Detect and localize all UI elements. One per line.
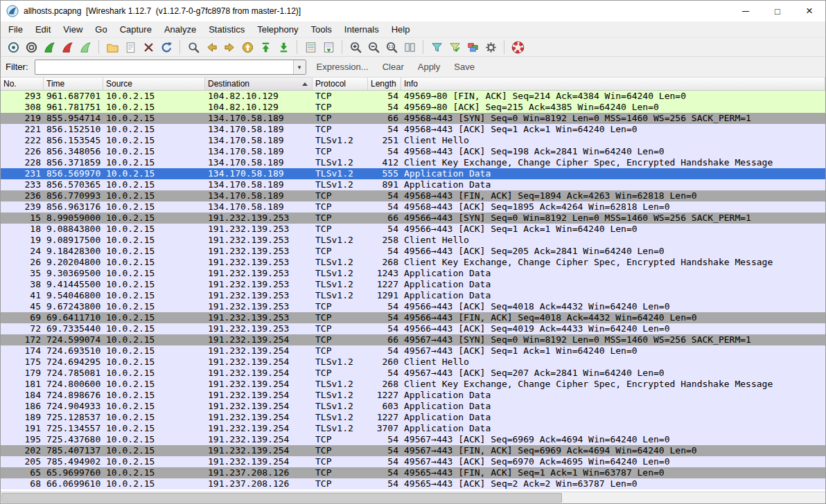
- horizontal-scrollbar[interactable]: [1, 492, 825, 503]
- close-button[interactable]: ×: [793, 1, 825, 21]
- filter-save-button[interactable]: Save: [452, 60, 477, 73]
- cell-length: 1227: [368, 412, 401, 423]
- filter-combobox[interactable]: ▾: [35, 60, 306, 75]
- filter-clear-button[interactable]: Clear: [380, 60, 406, 73]
- preferences-icon[interactable]: [482, 39, 500, 56]
- auto-scroll-icon[interactable]: [319, 39, 337, 56]
- menu-file[interactable]: File: [2, 22, 29, 37]
- packet-row[interactable]: 219855.95471410.0.2.15134.170.58.189TCP6…: [1, 113, 825, 124]
- packet-row[interactable]: 6565.969976010.0.2.15191.237.208.126TCP5…: [1, 467, 825, 478]
- menu-analyze[interactable]: Analyze: [158, 22, 202, 37]
- maximize-button[interactable]: □: [762, 1, 793, 21]
- capture-filters-icon[interactable]: [428, 39, 446, 56]
- packet-row[interactable]: 359.3036950010.0.2.15191.232.139.253TLSv…: [1, 268, 825, 279]
- cell-info: 49566→443 [ACK] Seq=4019 Ack=4433 Win=64…: [401, 323, 825, 334]
- stop-capture-icon[interactable]: [58, 39, 76, 56]
- cell-source: 10.0.2.15: [103, 290, 205, 301]
- packet-row[interactable]: 269.2020480010.0.2.15191.232.139.253TLSv…: [1, 257, 825, 268]
- packet-row[interactable]: 195725.43768010.0.2.15191.232.139.254TCP…: [1, 434, 825, 445]
- menu-help[interactable]: Help: [385, 22, 416, 37]
- close-file-icon[interactable]: [139, 39, 157, 56]
- column-header-destination[interactable]: Destination: [205, 78, 313, 90]
- packet-row[interactable]: 459.6724380010.0.2.15191.232.139.253TCP5…: [1, 301, 825, 312]
- cell-source: 10.0.2.15: [103, 279, 205, 290]
- packet-row[interactable]: 158.9905900010.0.2.15191.232.139.253TCP6…: [1, 213, 825, 224]
- open-file-icon[interactable]: [103, 39, 121, 56]
- menu-edit[interactable]: Edit: [29, 22, 57, 37]
- zoom-out-icon[interactable]: [364, 39, 383, 56]
- menu-internals[interactable]: Internals: [338, 22, 385, 37]
- packet-row[interactable]: 7269.733544010.0.2.15191.232.139.253TCP5…: [1, 323, 825, 334]
- packet-row[interactable]: 189725.12853710.0.2.15191.232.139.254TLS…: [1, 412, 825, 423]
- packet-row[interactable]: 233856.57036510.0.2.15134.170.58.189TLSv…: [1, 179, 825, 190]
- zoom-in-icon[interactable]: [346, 39, 364, 56]
- packet-row[interactable]: 175724.69429510.0.2.15191.232.139.254TLS…: [1, 357, 825, 368]
- list-interfaces-icon[interactable]: [4, 39, 22, 56]
- packet-row[interactable]: 293961.68770110.0.2.15104.82.10.129TCP54…: [1, 91, 825, 102]
- cell-source: 10.0.2.15: [103, 102, 205, 113]
- packet-row[interactable]: 6969.641171010.0.2.15191.232.139.253TCP5…: [1, 312, 825, 323]
- go-to-packet-icon[interactable]: [238, 39, 256, 56]
- packet-row[interactable]: 191725.13455710.0.2.15191.232.139.254TLS…: [1, 423, 825, 434]
- filter-apply-button[interactable]: Apply: [416, 60, 443, 73]
- packet-row[interactable]: 174724.69351010.0.2.15191.232.139.254TCP…: [1, 345, 825, 357]
- coloring-rules-icon[interactable]: [464, 39, 482, 56]
- filter-input[interactable]: [35, 60, 293, 74]
- restart-capture-icon[interactable]: [76, 39, 94, 56]
- packet-row[interactable]: 202785.40713710.0.2.15191.232.139.254TCP…: [1, 445, 825, 456]
- menu-capture[interactable]: Capture: [114, 22, 158, 37]
- minimize-button[interactable]: ─: [730, 1, 762, 21]
- resize-columns-icon[interactable]: [401, 39, 419, 56]
- packet-row[interactable]: 181724.80060010.0.2.15191.232.139.254TLS…: [1, 379, 825, 390]
- reload-icon[interactable]: [157, 39, 175, 56]
- filter-expression-button[interactable]: Expression...: [315, 60, 371, 73]
- display-filters-icon[interactable]: [446, 39, 464, 56]
- packet-row[interactable]: 389.4144550010.0.2.15191.232.139.253TLSv…: [1, 279, 825, 290]
- packet-row[interactable]: 231856.56997010.0.2.15134.170.58.189TLSv…: [1, 168, 825, 179]
- find-packet-icon[interactable]: [184, 39, 202, 56]
- packet-row[interactable]: 222856.15354510.0.2.15134.170.58.189TLSv…: [1, 135, 825, 146]
- packet-row[interactable]: 179724.78508110.0.2.15191.232.139.254TCP…: [1, 368, 825, 379]
- packet-row[interactable]: 419.5404680010.0.2.15191.232.139.253TLSv…: [1, 290, 825, 301]
- filter-dropdown-icon[interactable]: ▾: [293, 60, 306, 74]
- column-header-protocol[interactable]: Protocol: [313, 78, 368, 90]
- packet-row[interactable]: 189.0884380010.0.2.15191.232.139.253TCP5…: [1, 224, 825, 235]
- cell-length: 555: [368, 168, 401, 179]
- menu-telephony[interactable]: Telephony: [251, 22, 304, 37]
- go-forward-icon[interactable]: [220, 39, 238, 56]
- start-capture-icon[interactable]: [40, 39, 58, 56]
- go-first-icon[interactable]: [256, 39, 274, 56]
- help-icon[interactable]: [509, 39, 527, 56]
- cell-time: 856.348056: [44, 146, 103, 157]
- packet-row[interactable]: 308961.78175110.0.2.15104.82.10.129TCP54…: [1, 102, 825, 113]
- menu-statistics[interactable]: Statistics: [202, 22, 251, 37]
- menu-view[interactable]: View: [57, 22, 89, 37]
- packet-row[interactable]: 221856.15251010.0.2.15134.170.58.189TCP5…: [1, 124, 825, 135]
- packet-row[interactable]: 186724.90493310.0.2.15191.232.139.254TLS…: [1, 401, 825, 412]
- packet-row[interactable]: 239856.96317610.0.2.15134.170.58.189TCP5…: [1, 201, 825, 213]
- packet-row[interactable]: 172724.59907410.0.2.15191.232.139.254TCP…: [1, 334, 825, 345]
- packet-row[interactable]: 205785.49490210.0.2.15191.232.139.254TCP…: [1, 456, 825, 467]
- column-header-length[interactable]: Length: [368, 78, 401, 90]
- go-back-icon[interactable]: [202, 39, 220, 56]
- menu-go[interactable]: Go: [89, 22, 113, 37]
- capture-options-icon[interactable]: [22, 39, 40, 56]
- packet-row[interactable]: 184724.89867610.0.2.15191.232.139.254TLS…: [1, 390, 825, 401]
- column-header-source[interactable]: Source: [103, 78, 205, 90]
- packet-row[interactable]: 226856.34805610.0.2.15134.170.58.189TCP5…: [1, 146, 825, 157]
- packet-row[interactable]: 6866.069961010.0.2.15191.237.208.126TCP5…: [1, 478, 825, 489]
- packet-row[interactable]: 228856.37185910.0.2.15134.170.58.189TLSv…: [1, 157, 825, 168]
- colorize-icon[interactable]: [301, 39, 319, 56]
- packet-row[interactable]: 199.0891750010.0.2.15191.232.139.253TLSv…: [1, 235, 825, 246]
- zoom-100-icon[interactable]: 1:1: [383, 39, 401, 56]
- cell-info: Client Key Exchange, Change Cipher Spec,…: [401, 379, 825, 390]
- save-file-icon[interactable]: [121, 39, 139, 56]
- column-header-time[interactable]: Time: [44, 78, 103, 90]
- column-header-no[interactable]: No.: [1, 78, 44, 90]
- packet-row[interactable]: 236856.77099310.0.2.15134.170.58.189TCP5…: [1, 190, 825, 201]
- go-last-icon[interactable]: [274, 39, 292, 56]
- column-header-info[interactable]: Info: [401, 78, 825, 90]
- horizontal-scrollbar-thumb[interactable]: [1, 493, 562, 503]
- packet-row[interactable]: 249.1842830010.0.2.15191.232.139.253TCP5…: [1, 246, 825, 257]
- menu-tools[interactable]: Tools: [304, 22, 337, 37]
